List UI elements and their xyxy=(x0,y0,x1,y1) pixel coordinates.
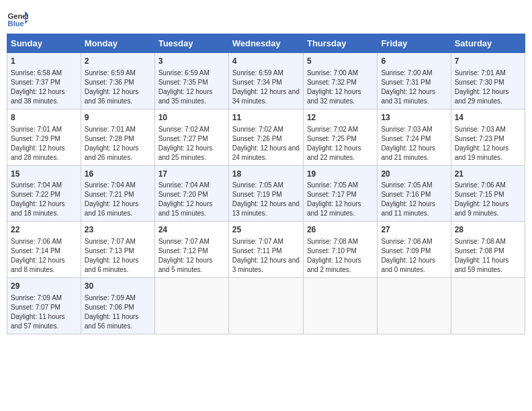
calendar-cell: 23Sunrise: 7:07 AMSunset: 7:13 PMDayligh… xyxy=(81,222,154,278)
weekday-header: Saturday xyxy=(451,34,525,53)
day-number: 16 xyxy=(85,169,151,180)
day-number: 6 xyxy=(381,56,447,67)
page-header: General Blue xyxy=(7,7,525,28)
day-number: 23 xyxy=(85,224,151,236)
weekday-header: Friday xyxy=(378,34,451,53)
day-info: Sunrise: 7:08 AMSunset: 7:09 PMDaylight:… xyxy=(381,237,447,275)
day-number: 10 xyxy=(159,112,225,124)
day-number: 3 xyxy=(159,56,225,67)
day-number: 5 xyxy=(307,56,373,67)
day-number: 4 xyxy=(232,56,300,67)
day-info: Sunrise: 7:08 AMSunset: 7:08 PMDaylight:… xyxy=(455,237,521,275)
weekday-header-row: SundayMondayTuesdayWednesdayThursdayFrid… xyxy=(7,34,525,53)
calendar-week-row: 15Sunrise: 7:04 AMSunset: 7:22 PMDayligh… xyxy=(7,165,525,222)
weekday-header: Monday xyxy=(81,34,154,53)
day-number: 18 xyxy=(232,169,300,180)
day-info: Sunrise: 7:00 AMSunset: 7:31 PMDaylight:… xyxy=(381,68,447,106)
calendar-cell: 19Sunrise: 7:05 AMSunset: 7:17 PMDayligh… xyxy=(303,165,377,222)
day-info: Sunrise: 7:04 AMSunset: 7:22 PMDaylight:… xyxy=(11,181,77,218)
weekday-header: Thursday xyxy=(303,34,377,53)
logo: General Blue xyxy=(7,7,30,28)
day-info: Sunrise: 7:09 AMSunset: 7:06 PMDaylight:… xyxy=(85,293,151,331)
day-number: 27 xyxy=(381,224,447,236)
day-info: Sunrise: 6:59 AMSunset: 7:36 PMDaylight:… xyxy=(85,68,151,106)
calendar-cell xyxy=(154,278,228,334)
day-info: Sunrise: 7:07 AMSunset: 7:11 PMDaylight:… xyxy=(232,237,300,275)
day-number: 11 xyxy=(232,112,300,124)
calendar-cell: 2Sunrise: 6:59 AMSunset: 7:36 PMDaylight… xyxy=(81,53,154,109)
calendar-week-row: 1Sunrise: 6:58 AMSunset: 7:37 PMDaylight… xyxy=(7,53,525,109)
calendar-cell: 17Sunrise: 7:04 AMSunset: 7:20 PMDayligh… xyxy=(154,165,228,222)
calendar-cell xyxy=(378,278,451,334)
calendar-cell: 12Sunrise: 7:02 AMSunset: 7:25 PMDayligh… xyxy=(303,109,377,165)
calendar-cell: 9Sunrise: 7:01 AMSunset: 7:28 PMDaylight… xyxy=(81,109,154,165)
day-info: Sunrise: 7:05 AMSunset: 7:17 PMDaylight:… xyxy=(307,181,373,218)
calendar-cell: 28Sunrise: 7:08 AMSunset: 7:08 PMDayligh… xyxy=(451,222,525,278)
calendar-cell: 6Sunrise: 7:00 AMSunset: 7:31 PMDaylight… xyxy=(378,53,451,109)
day-number: 21 xyxy=(455,169,521,180)
calendar-cell: 30Sunrise: 7:09 AMSunset: 7:06 PMDayligh… xyxy=(81,278,154,334)
day-info: Sunrise: 7:00 AMSunset: 7:32 PMDaylight:… xyxy=(307,68,373,106)
day-info: Sunrise: 7:02 AMSunset: 7:27 PMDaylight:… xyxy=(159,125,225,163)
day-info: Sunrise: 7:09 AMSunset: 7:07 PMDaylight:… xyxy=(11,293,77,331)
calendar-cell: 18Sunrise: 7:05 AMSunset: 7:19 PMDayligh… xyxy=(228,165,303,222)
day-number: 1 xyxy=(11,56,77,67)
day-number: 30 xyxy=(85,281,151,292)
day-number: 15 xyxy=(11,169,77,180)
day-info: Sunrise: 7:06 AMSunset: 7:14 PMDaylight:… xyxy=(11,237,77,275)
calendar-cell: 7Sunrise: 7:01 AMSunset: 7:30 PMDaylight… xyxy=(451,53,525,109)
day-number: 13 xyxy=(381,112,447,124)
calendar-cell: 20Sunrise: 7:05 AMSunset: 7:16 PMDayligh… xyxy=(378,165,451,222)
day-number: 28 xyxy=(455,224,521,236)
calendar-table: SundayMondayTuesdayWednesdayThursdayFrid… xyxy=(7,34,525,334)
calendar-week-row: 8Sunrise: 7:01 AMSunset: 7:29 PMDaylight… xyxy=(7,109,525,165)
day-info: Sunrise: 6:59 AMSunset: 7:34 PMDaylight:… xyxy=(232,68,300,106)
day-info: Sunrise: 7:01 AMSunset: 7:29 PMDaylight:… xyxy=(11,125,77,163)
day-number: 29 xyxy=(11,281,77,292)
calendar-cell: 11Sunrise: 7:02 AMSunset: 7:26 PMDayligh… xyxy=(228,109,303,165)
calendar-cell: 15Sunrise: 7:04 AMSunset: 7:22 PMDayligh… xyxy=(7,165,81,222)
weekday-header: Sunday xyxy=(7,34,81,53)
day-info: Sunrise: 7:01 AMSunset: 7:30 PMDaylight:… xyxy=(455,68,521,106)
day-number: 26 xyxy=(307,224,373,236)
calendar-cell: 1Sunrise: 6:58 AMSunset: 7:37 PMDaylight… xyxy=(7,53,81,109)
weekday-header: Tuesday xyxy=(154,34,228,53)
day-info: Sunrise: 6:58 AMSunset: 7:37 PMDaylight:… xyxy=(11,68,77,106)
calendar-cell: 27Sunrise: 7:08 AMSunset: 7:09 PMDayligh… xyxy=(378,222,451,278)
calendar-cell: 24Sunrise: 7:07 AMSunset: 7:12 PMDayligh… xyxy=(154,222,228,278)
day-info: Sunrise: 7:04 AMSunset: 7:21 PMDaylight:… xyxy=(85,181,151,218)
svg-text:Blue: Blue xyxy=(8,19,24,28)
day-number: 9 xyxy=(85,112,151,124)
calendar-cell: 26Sunrise: 7:08 AMSunset: 7:10 PMDayligh… xyxy=(303,222,377,278)
day-number: 12 xyxy=(307,112,373,124)
logo-icon: General Blue xyxy=(7,7,28,28)
day-number: 8 xyxy=(11,112,77,124)
day-number: 22 xyxy=(11,224,77,236)
day-info: Sunrise: 7:02 AMSunset: 7:26 PMDaylight:… xyxy=(232,125,300,163)
day-number: 20 xyxy=(381,169,447,180)
calendar-cell xyxy=(451,278,525,334)
calendar-week-row: 22Sunrise: 7:06 AMSunset: 7:14 PMDayligh… xyxy=(7,222,525,278)
day-number: 25 xyxy=(232,224,300,236)
day-info: Sunrise: 7:07 AMSunset: 7:12 PMDaylight:… xyxy=(159,237,225,275)
calendar-cell: 14Sunrise: 7:03 AMSunset: 7:23 PMDayligh… xyxy=(451,109,525,165)
day-number: 14 xyxy=(455,112,521,124)
calendar-cell: 4Sunrise: 6:59 AMSunset: 7:34 PMDaylight… xyxy=(228,53,303,109)
calendar-cell xyxy=(228,278,303,334)
weekday-header: Wednesday xyxy=(228,34,303,53)
day-info: Sunrise: 7:07 AMSunset: 7:13 PMDaylight:… xyxy=(85,237,151,275)
day-number: 7 xyxy=(455,56,521,67)
day-info: Sunrise: 7:05 AMSunset: 7:16 PMDaylight:… xyxy=(381,181,447,218)
calendar-cell: 22Sunrise: 7:06 AMSunset: 7:14 PMDayligh… xyxy=(7,222,81,278)
day-info: Sunrise: 6:59 AMSunset: 7:35 PMDaylight:… xyxy=(159,68,225,106)
calendar-cell: 16Sunrise: 7:04 AMSunset: 7:21 PMDayligh… xyxy=(81,165,154,222)
calendar-cell xyxy=(303,278,377,334)
day-info: Sunrise: 7:05 AMSunset: 7:19 PMDaylight:… xyxy=(232,181,300,218)
calendar-cell: 8Sunrise: 7:01 AMSunset: 7:29 PMDaylight… xyxy=(7,109,81,165)
calendar-cell: 25Sunrise: 7:07 AMSunset: 7:11 PMDayligh… xyxy=(228,222,303,278)
calendar-cell: 10Sunrise: 7:02 AMSunset: 7:27 PMDayligh… xyxy=(154,109,228,165)
calendar-cell: 13Sunrise: 7:03 AMSunset: 7:24 PMDayligh… xyxy=(378,109,451,165)
calendar-cell: 21Sunrise: 7:06 AMSunset: 7:15 PMDayligh… xyxy=(451,165,525,222)
day-info: Sunrise: 7:02 AMSunset: 7:25 PMDaylight:… xyxy=(307,125,373,163)
day-info: Sunrise: 7:03 AMSunset: 7:23 PMDaylight:… xyxy=(455,125,521,163)
